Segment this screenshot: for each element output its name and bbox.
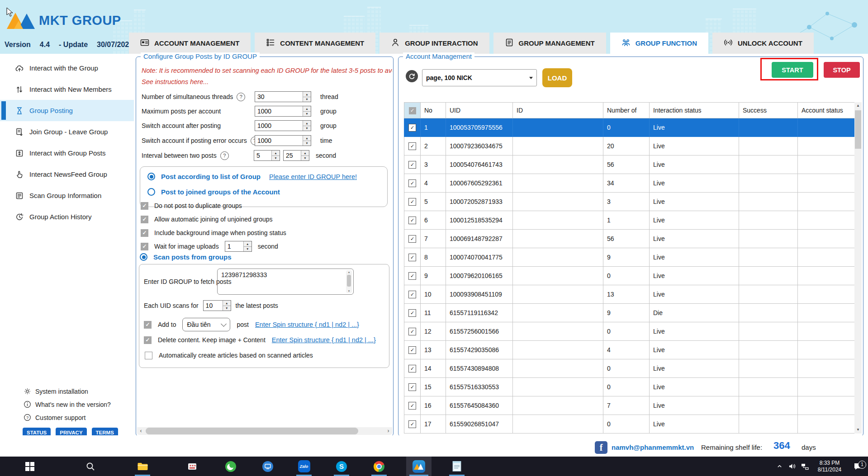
radio-selected-icon[interactable]	[147, 173, 155, 180]
post-mode-option-1[interactable]: Post according to list of Group Please e…	[147, 173, 357, 180]
scroll-thumb[interactable]	[855, 110, 861, 149]
spinner-buttons-icon[interactable]: ▲▼	[303, 106, 311, 116]
id-group-textarea[interactable]: 1239871298333 ▲ ▼	[217, 269, 354, 295]
tab-group-function[interactable]: GROUP FUNCTION	[610, 33, 708, 54]
row-checkbox[interactable]: ✓	[408, 179, 416, 187]
checkbox-row-autojoin[interactable]: Allow automatic joining of unjoined grou…	[141, 214, 273, 224]
taskbar-icon-mkt-app[interactable]	[406, 457, 432, 476]
row-checkbox[interactable]: ✓	[408, 198, 416, 206]
checkbox-checked-icon[interactable]	[141, 243, 148, 250]
checkbox-checked-icon[interactable]	[144, 321, 152, 329]
sidebar-item-interact-with-group-posts[interactable]: Interact with Group Posts	[0, 142, 134, 164]
wait-upload-input[interactable]: 1 ▲▼	[225, 241, 252, 252]
scroll-track[interactable]	[145, 427, 384, 435]
row-checkbox[interactable]: ✓	[408, 142, 416, 150]
row-checkbox[interactable]: ✓	[408, 235, 416, 243]
select-all-checkbox[interactable]: ✓	[404, 103, 421, 118]
row-checkbox[interactable]: ✓	[408, 383, 416, 391]
spin-structure-link-2[interactable]: Enter Spin structure { nd1 | nd2 | ...}	[272, 336, 376, 344]
textarea-scrollbar[interactable]: ▲ ▼	[346, 270, 352, 293]
table-row[interactable]: ✓91000796201061650Live	[404, 267, 855, 285]
row-checkbox[interactable]: ✓	[408, 346, 416, 354]
taskbar-icon-search[interactable]	[80, 457, 101, 476]
footer-link-system-installation[interactable]: System installation	[0, 385, 134, 398]
switch-after-input[interactable]: 1000 ▲▼	[255, 120, 311, 131]
volume-icon[interactable]	[786, 463, 798, 470]
max-posts-input[interactable]: 1000 ▲▼	[255, 106, 311, 117]
notification-center-icon[interactable]: 1	[848, 462, 868, 471]
scroll-up-icon[interactable]: ▲	[346, 271, 352, 273]
table-row[interactable]: ✓12615572560015660Live	[404, 322, 855, 341]
load-button[interactable]: LOAD	[542, 68, 572, 87]
row-checkbox[interactable]: ✓	[408, 217, 416, 224]
stop-button[interactable]: STOP	[824, 62, 860, 78]
account-email[interactable]: namvh@phanmemmkt.vn	[612, 443, 694, 451]
sidebar-item-interact-with-new-members[interactable]: Interact with New Members	[0, 79, 134, 100]
taskbar-icon-device-app[interactable]	[181, 457, 203, 476]
table-row[interactable]: ✓310005407646174356Live	[404, 156, 855, 174]
vertical-scrollbar[interactable]: ▲ ▼	[854, 102, 862, 434]
horizontal-scrollbar[interactable]: ‹ ›	[137, 427, 392, 435]
table-row[interactable]: ✓11000537059755560Live	[404, 118, 855, 137]
row-checkbox[interactable]: ✓	[408, 272, 416, 280]
tray-chevron-icon[interactable]	[773, 463, 786, 469]
table-row[interactable]: ✓14615574308948080Live	[404, 359, 855, 378]
tab-unlock-account[interactable]: UNLOCK ACCOUNT	[712, 33, 814, 54]
footer-link-what-s-new-in-the-version[interactable]: What's new in the version?	[0, 398, 134, 411]
radio-unselected-icon[interactable]	[147, 188, 155, 196]
start-button[interactable]: START	[772, 62, 813, 78]
spinner-buttons-icon[interactable]: ▲▼	[271, 151, 280, 160]
column-header-no[interactable]: No	[421, 103, 446, 118]
scroll-thumb[interactable]	[146, 428, 358, 434]
interval-min-input[interactable]: 5 ▲▼	[254, 150, 280, 161]
sidebar-item-interact-with-the-group[interactable]: Interact with the Group	[0, 57, 134, 79]
row-checkbox[interactable]: ✓	[408, 365, 416, 372]
refresh-button[interactable]	[406, 70, 418, 82]
spinner-buttons-icon[interactable]: ▲▼	[223, 301, 231, 311]
interval-max-input[interactable]: 25 ▲▼	[283, 150, 309, 161]
row-checkbox[interactable]: ✓	[408, 402, 416, 410]
checkbox-row-duplicate[interactable]: Do not post to duplicate groups	[141, 201, 242, 211]
column-header-success[interactable]: Success	[739, 103, 798, 118]
sidebar-item-join-group-leave-group[interactable]: Join Group - Leave Group	[0, 121, 134, 142]
spinner-buttons-icon[interactable]: ▲▼	[303, 121, 311, 131]
table-row[interactable]: ✓1010009390845110913Live	[404, 285, 855, 304]
taskbar-icon-start[interactable]	[19, 457, 41, 476]
column-header-account-status[interactable]: Account status	[798, 103, 855, 118]
tab-content-management[interactable]: CONTENT MANAGEMENT	[255, 33, 375, 54]
row-checkbox[interactable]: ✓	[408, 124, 416, 132]
column-header-id[interactable]: ID	[513, 103, 603, 118]
spinner-buttons-icon[interactable]: ▲▼	[243, 241, 251, 251]
checkbox-checked-icon[interactable]	[141, 202, 148, 210]
table-row[interactable]: ✓15615575163305530Live	[404, 378, 855, 396]
taskbar-icon-remote-desktop[interactable]	[257, 457, 279, 476]
row-checkbox[interactable]: ✓	[408, 328, 416, 335]
taskbar-icon-file-explorer[interactable]	[132, 457, 153, 476]
sidebar-item-group-action-history[interactable]: Group Action History	[0, 206, 134, 227]
table-row[interactable]: ✓11615571191163429Die	[404, 304, 855, 322]
taskbar-icon-coccoc[interactable]	[220, 457, 242, 476]
table-row[interactable]: ✓710006914879228756Live	[404, 230, 855, 248]
table-row[interactable]: ✓51000720528719333Live	[404, 193, 855, 211]
row-checkbox[interactable]: ✓	[408, 254, 416, 261]
table-row[interactable]: ✓16615576450843607Live	[404, 396, 855, 415]
scroll-down-icon[interactable]: ▼	[346, 290, 352, 292]
checkbox-checked-icon[interactable]	[144, 336, 152, 344]
spin-structure-link-1[interactable]: Enter Spin structure { nd1 | nd2 | ...}	[255, 321, 359, 328]
instructions-link[interactable]: See instructions here...	[142, 78, 392, 85]
tab-account-management[interactable]: ACCOUNT MANAGEMENT	[129, 33, 251, 54]
tab-group-interaction[interactable]: GROUP INTERACTION	[379, 33, 489, 54]
facebook-icon[interactable]: f	[595, 441, 607, 454]
account-source-dropdown[interactable]: page, 100 NICK	[422, 69, 537, 86]
scroll-thumb[interactable]	[347, 275, 351, 287]
switch-error-input[interactable]: 1000 ▲▼	[255, 135, 311, 146]
radio-selected-icon[interactable]	[140, 253, 147, 261]
sidebar-item-scan-group-information[interactable]: Scan Group Information	[0, 185, 134, 206]
spinner-buttons-icon[interactable]: ▲▼	[303, 92, 311, 102]
spinner-buttons-icon[interactable]: ▲▼	[303, 136, 311, 146]
table-row[interactable]: ✓61000125185352941Live	[404, 211, 855, 230]
checkbox-checked-icon[interactable]	[141, 229, 148, 237]
scan-posts-radio[interactable]: Scan posts from groups	[140, 253, 232, 261]
spinner-buttons-icon[interactable]: ▲▼	[301, 151, 309, 160]
add-to-dropdown[interactable]: Đầu tiên	[182, 318, 230, 331]
